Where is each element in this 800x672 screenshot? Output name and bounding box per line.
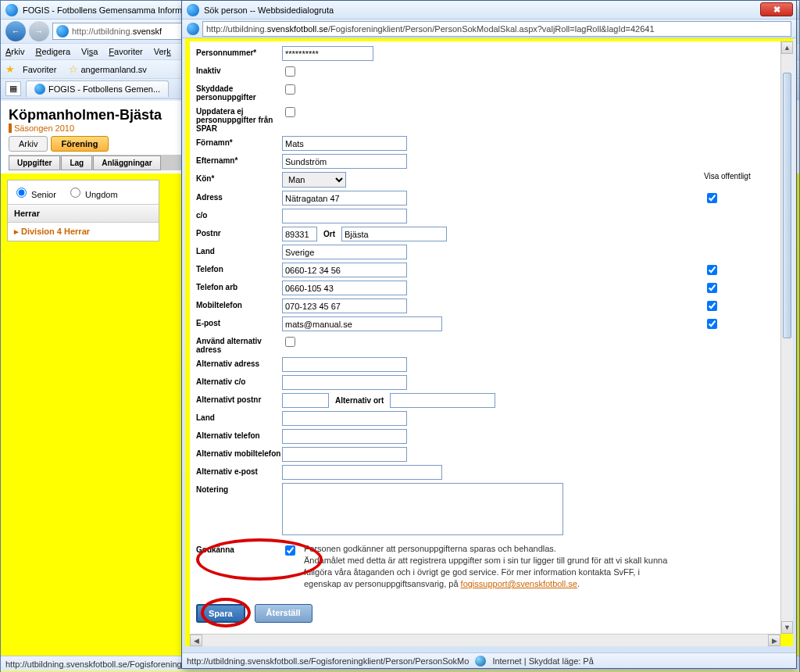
lbl-alt-ort: Alternativ ort: [335, 396, 384, 405]
input-telefon[interactable]: [282, 263, 407, 277]
check-pub-epost[interactable]: [707, 319, 717, 329]
lbl-kon: Kön*: [196, 172, 282, 183]
consent-email-link[interactable]: fogissupport@svenskfotboll.se: [461, 579, 577, 588]
dialog-status-zone: Internet | Skyddat läge: På: [492, 656, 593, 666]
main-window-title: FOGIS - Fotbollens Gemensamma Informa: [23, 5, 187, 15]
lbl-alt-telefon: Alternativ telefon: [196, 429, 282, 440]
dialog-address-bar[interactable]: http://utbildning.svenskfotboll.se/Fogis…: [202, 21, 791, 37]
input-mobil[interactable]: [282, 298, 407, 313]
input-alt-land[interactable]: [282, 411, 407, 426]
url-scheme: http://utbildning.: [72, 27, 133, 36]
fav-angermanland[interactable]: ☆ angermanland.sv: [69, 63, 146, 75]
check-pub-adress[interactable]: [707, 193, 717, 203]
tab-label: FOGIS - Fotbollens Gemen...: [48, 84, 160, 94]
lbl-anvand-alt: Använd alternativ adress: [196, 334, 282, 354]
check-uppdatera[interactable]: [285, 107, 295, 117]
input-alt-telefon[interactable]: [282, 429, 407, 444]
forward-button[interactable]: →: [29, 21, 49, 41]
input-alt-ort[interactable]: [390, 393, 495, 408]
lbl-notering: Notering: [196, 483, 282, 494]
subtab-uppgifter[interactable]: Uppgifter: [9, 155, 60, 170]
menu-verktyg[interactable]: Verk: [154, 47, 171, 56]
lbl-skyddade: Skyddade personuppgifter: [196, 82, 282, 102]
check-godkanna[interactable]: [285, 545, 295, 556]
dialog-titlebar: Sök person -- Webbsidedialogruta ✖: [182, 1, 796, 20]
input-alt-adress[interactable]: [282, 357, 407, 372]
save-button[interactable]: Spara: [196, 604, 245, 623]
lbl-alt-mobil: Alternativ mobiltelefon: [196, 447, 282, 458]
season-link[interactable]: Säsongen 2010: [9, 123, 74, 133]
check-inaktiv[interactable]: [285, 66, 295, 77]
menu-visa[interactable]: Visa: [81, 47, 98, 56]
tab-fogis[interactable]: FOGIS - Fotbollens Gemen...: [26, 80, 169, 97]
radio-senior-input[interactable]: [16, 188, 27, 198]
close-button[interactable]: ✖: [760, 2, 793, 16]
lbl-alt-postnr: Alternativt postnr: [196, 393, 282, 404]
input-land[interactable]: [282, 245, 407, 259]
favorites-star-icon[interactable]: ★: [5, 63, 15, 75]
lbl-land: Land: [196, 245, 282, 256]
lbl-inaktiv: Inaktiv: [196, 64, 282, 75]
subtab-lag[interactable]: Lag: [61, 155, 92, 170]
select-kon[interactable]: Man: [282, 172, 346, 188]
fav-site-text: angermanland.sv: [80, 65, 146, 74]
subtab-anlaggningar[interactable]: Anläggningar: [93, 155, 160, 170]
form-area: Personnummer* Inaktiv Skyddade personupp…: [190, 41, 780, 634]
input-telefon-arb[interactable]: [282, 281, 407, 295]
favorites-label[interactable]: Favoriter: [23, 65, 56, 74]
dlg-url-path: /Fogisforeningklient/Person/PersonSokMod…: [328, 24, 655, 34]
tab-forening[interactable]: Förening: [51, 136, 108, 152]
consent-text-block: Personen godkänner att personuppgifterna…: [304, 543, 679, 590]
panel-division-link[interactable]: ▸Division 4 Herrar: [8, 223, 159, 241]
scroll-thumb[interactable]: [783, 73, 791, 338]
input-alt-mobil[interactable]: [282, 447, 407, 462]
reset-button[interactable]: Återställ: [255, 604, 312, 623]
scroll-up-arrow-icon[interactable]: ▲: [781, 41, 793, 54]
input-personnummer[interactable]: [282, 46, 373, 61]
dialog-body: Personnummer* Inaktiv Skyddade personupp…: [185, 38, 793, 646]
input-fornamn[interactable]: [282, 136, 407, 151]
consent-line1: Personen godkänner att personuppgifterna…: [304, 544, 556, 553]
radio-senior-label: Senior: [31, 190, 56, 199]
lbl-epost: E-post: [196, 316, 282, 327]
input-postnr[interactable]: [282, 227, 317, 241]
tab-page-icon: [34, 84, 45, 95]
back-button[interactable]: ←: [5, 21, 26, 41]
check-pub-telefon[interactable]: [707, 265, 717, 275]
lbl-godkanna: Godkänna: [196, 543, 282, 554]
lbl-postnr: Postnr: [196, 227, 282, 238]
lbl-efternamn: Efternamn*: [196, 154, 282, 165]
radio-senior[interactable]: Senior: [12, 190, 56, 199]
dialog-window: Sök person -- Webbsidedialogruta ✖ http:…: [181, 0, 797, 669]
dialog-title: Sök person -- Webbsidedialogruta: [204, 5, 334, 15]
input-alt-postnr[interactable]: [282, 393, 329, 408]
input-efternamn[interactable]: [282, 154, 407, 169]
horizontal-scrollbar[interactable]: ◀ ▶: [190, 634, 780, 646]
input-adress[interactable]: [282, 191, 407, 206]
menu-redigera[interactable]: Redigera: [35, 47, 70, 56]
lbl-alt-adress: Alternativ adress: [196, 357, 282, 368]
check-pub-mobil[interactable]: [707, 301, 717, 311]
vertical-scrollbar[interactable]: ▲ ▼: [780, 41, 793, 634]
check-pub-telefon-arb[interactable]: [707, 283, 717, 293]
side-panel: Senior Ungdom Herrar ▸Division 4 Herrar: [7, 180, 159, 241]
tab-arkiv[interactable]: Arkiv: [9, 136, 48, 152]
panel-radio-row: Senior Ungdom: [8, 181, 159, 205]
check-skyddade[interactable]: [285, 84, 295, 95]
lbl-alt-epost: Alternativ e-post: [196, 465, 282, 476]
input-epost[interactable]: [282, 316, 442, 331]
menu-favoriter[interactable]: Favoriter: [109, 47, 142, 56]
input-ort[interactable]: [341, 227, 447, 241]
scroll-right-arrow-icon[interactable]: ▶: [768, 634, 780, 646]
input-alt-co[interactable]: [282, 375, 407, 390]
input-co[interactable]: [282, 209, 407, 223]
radio-ungdungdom[interactable]: Ungdom: [66, 190, 118, 199]
tab-grid-icon[interactable]: ▦: [5, 81, 21, 96]
menu-arkiv[interactable]: Arkiv: [5, 47, 24, 56]
radio-ungdom-input[interactable]: [70, 188, 80, 198]
scroll-left-arrow-icon[interactable]: ◀: [190, 634, 202, 646]
textarea-notering[interactable]: [282, 483, 563, 535]
scroll-down-arrow-icon[interactable]: ▼: [781, 621, 793, 634]
check-anvand-alt[interactable]: [285, 337, 295, 347]
input-alt-epost[interactable]: [282, 465, 442, 480]
